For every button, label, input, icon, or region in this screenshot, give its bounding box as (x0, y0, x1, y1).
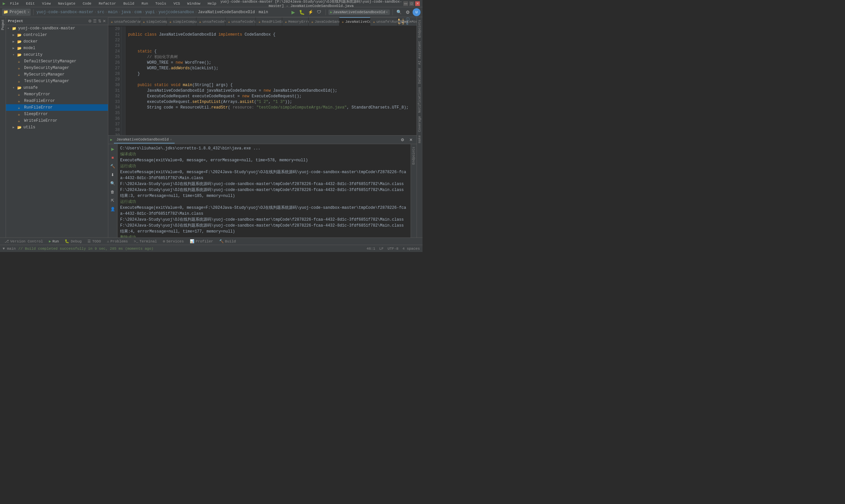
bottom-tab-todo[interactable]: ☰ TODO (85, 238, 103, 245)
project-selector[interactable]: 📁 Project ▾ (2, 8, 31, 16)
right-sidebar-notifications[interactable]: Notifications (417, 86, 422, 114)
run-panel-close-btn[interactable]: ✕ (407, 136, 415, 143)
tree-item-controller[interactable]: ▶ 📂 controller (6, 32, 108, 38)
menu-navigate[interactable]: Navigate (55, 1, 78, 6)
expand-icon[interactable]: ⇱ (411, 19, 414, 23)
menu-file[interactable]: File (7, 1, 21, 6)
tree-item-security[interactable]: ▾ 📂 security (6, 52, 108, 58)
tree-item-model[interactable]: ▶ 📂 model (6, 45, 108, 52)
run-settings-btn[interactable]: ⚙ (399, 136, 406, 143)
run-build-btn[interactable]: 🔨 (109, 163, 116, 170)
tree-item-utils[interactable]: ▶ 📂 utils (6, 124, 108, 131)
status-encoding[interactable]: UTF-8 (388, 247, 399, 251)
bottom-tab-build[interactable]: 🔨 Build (216, 238, 239, 245)
tree-item-docker[interactable]: ▶ 📂 docker (6, 38, 108, 45)
project-close-btn[interactable]: ✕ (103, 19, 106, 23)
tree-item-memory-error[interactable]: ☕ MemoryError (6, 91, 108, 97)
tree-item-run-file-error[interactable]: ☕ RunFileError (6, 104, 108, 111)
tab-sleep-error[interactable]: ☕ unsafeCode\SleepError.java ✕ (196, 17, 226, 26)
tab-sandbox-template[interactable]: ☕ JavaCodeSandboxTemplate.java ✕ (309, 17, 339, 26)
tree-item-unsafe[interactable]: ▾ 📂 unsafe (6, 85, 108, 91)
tree-item-read-file-error[interactable]: ☕ ReadFileError (6, 97, 108, 104)
run-clear-btn[interactable]: 🗑 (109, 188, 116, 196)
status-line-ending[interactable]: LF (379, 247, 384, 251)
tab-memory-error[interactable]: ☕ MemoryError.java ✕ (282, 17, 309, 26)
search-btn[interactable]: 🔍 (395, 8, 403, 16)
status-indent[interactable]: 4 spaces (402, 247, 420, 251)
breadcrumb-java[interactable]: java (121, 10, 131, 15)
menu-tools[interactable]: Tools (153, 1, 169, 6)
run-scroll-btn[interactable]: ⬇ (109, 171, 116, 178)
bottom-tab-run[interactable]: ▶ Run (46, 238, 61, 245)
run-tab-close[interactable]: ✕ (170, 138, 172, 142)
maximize-button[interactable]: □ (409, 1, 414, 6)
menu-window[interactable]: Window (184, 1, 203, 6)
menu-refactor[interactable]: Refactor (96, 1, 119, 6)
menu-run[interactable]: Run (139, 1, 151, 6)
run-tab-main[interactable]: JavaNativeCodeSandboxOld ✕ (114, 136, 175, 143)
tab-simple-compute-args[interactable]: ☕ simpleComputeArgs\Main.java ✕ (167, 17, 197, 26)
user-avatar[interactable]: U (412, 8, 421, 16)
bottom-tab-services[interactable]: ⚙ Services (160, 238, 186, 245)
tree-item-deny-security[interactable]: ☕ DenySecurityManager (6, 65, 108, 71)
breadcrumb-method[interactable]: main (259, 10, 268, 15)
bottom-tab-problems[interactable]: ⚠ Problems (104, 238, 130, 245)
project-layout-btn[interactable]: ☰ (93, 19, 97, 23)
right-sidebar-make[interactable]: make (417, 134, 422, 144)
toolbar-coverage-btn[interactable]: 🛡 (316, 8, 323, 16)
tab-read-file-error[interactable]: ☕ ReadFileError.java ✕ (256, 17, 282, 26)
tab-unsafe-run-file[interactable]: ☕ unsafe\RunFileError.java ✕ (370, 17, 398, 26)
right-sidebar-database[interactable]: Database (417, 67, 422, 85)
settings-btn[interactable]: ⚙ (404, 8, 411, 16)
right-sidebar-coverage[interactable]: Coverage (417, 115, 422, 133)
run-filter-btn[interactable]: 🔍 (109, 180, 116, 187)
status-git[interactable]: ▼ main (3, 247, 16, 251)
tab-simple-compute-main[interactable]: ☕ simpleCompute\Main.java ✕ (140, 17, 167, 26)
breadcrumb-src[interactable]: src (97, 10, 104, 15)
right-icon-endpoints[interactable]: Endpoints (411, 145, 416, 166)
project-settings-btn[interactable]: ⚙ (88, 19, 92, 23)
run-output[interactable]: C:\Users\liuhaole\.jdks\corretto-1.8.0_4… (118, 144, 411, 237)
bottom-tab-profiler[interactable]: 📊 Profiler (187, 238, 216, 245)
toolbar-debug-btn[interactable]: 🐛 (298, 8, 306, 16)
menu-help[interactable]: Help (205, 1, 219, 6)
right-sidebar-endpoints[interactable]: Endpoints (417, 18, 422, 39)
menu-view[interactable]: View (39, 1, 53, 6)
tree-root[interactable]: ▾ 📁 yuoj-code-sandbox-master (6, 25, 108, 32)
close-button[interactable]: ✕ (415, 1, 420, 6)
tree-item-default-security[interactable]: ☕ DefaultSecurityManager (6, 58, 108, 65)
run-config-selector[interactable]: ▶ JavaNativeCodeSandboxOld ▾ (329, 10, 390, 15)
status-position[interactable]: 46:1 (367, 247, 375, 251)
breadcrumb-main[interactable]: main (108, 10, 118, 15)
breadcrumb-yupi[interactable]: yupi (145, 10, 155, 15)
run-user-btn[interactable]: 👤 (109, 205, 116, 213)
breadcrumb-root[interactable]: yuoj-code-sandbox-master (36, 10, 93, 15)
code-editor[interactable]: 20 21 22 23 24 25 26 27 28 29 30 31 32 3… (108, 26, 417, 135)
tab-run-file-error[interactable]: ☕ unsafeCode\RunFileError.java ✕ (226, 17, 256, 26)
tree-item-write-file-error[interactable]: ☕ WriteFileError (6, 118, 108, 124)
right-sidebar-ai[interactable]: AI Assistant (417, 40, 422, 66)
menu-build[interactable]: Build (121, 1, 137, 6)
toolbar-profile-btn[interactable]: ⚡ (307, 8, 314, 16)
breadcrumb-package[interactable]: yuojcodesandbox (158, 10, 194, 15)
tree-item-my-security[interactable]: ☕ MySecurityManager (6, 71, 108, 78)
project-expand-btn[interactable]: ⇅ (98, 19, 101, 23)
code-content[interactable]: public class JavaNativeCodeSandboxOld im… (125, 26, 417, 135)
tree-item-test-security[interactable]: ☕ TestSecurityManager (6, 78, 108, 85)
menu-vcs[interactable]: VCS (171, 1, 183, 6)
toolbar-run-btn[interactable]: ▶ (290, 8, 297, 16)
minimize-button[interactable]: — (403, 1, 408, 6)
run-stop-btn[interactable]: ■ (109, 154, 116, 161)
run-expand-btn[interactable]: ⇱ (109, 197, 116, 204)
menu-code[interactable]: Code (80, 1, 94, 6)
project-panel-toggle[interactable]: Project (0, 18, 5, 31)
bottom-tab-version-control[interactable]: ⎇ Version Control (2, 238, 46, 245)
menu-edit[interactable]: Edit (23, 1, 37, 6)
tab-write-file-error[interactable]: ☕ unsafeCode\WriteFileError.java ✕ (108, 17, 140, 26)
bottom-tab-debug[interactable]: 🐛 Debug (62, 238, 84, 245)
run-rerun-btn[interactable]: ▶ (109, 145, 116, 153)
tree-item-sleep-error[interactable]: ☕ SleepError (6, 111, 108, 118)
tab-java-native-sandbox[interactable]: ☕ JavaNativeCodeSandboxOld.java ✕ (339, 17, 371, 26)
bottom-tab-terminal[interactable]: >_ Terminal (131, 238, 159, 245)
breadcrumb-class[interactable]: JavaNativeCodeSandboxOld (198, 10, 255, 15)
